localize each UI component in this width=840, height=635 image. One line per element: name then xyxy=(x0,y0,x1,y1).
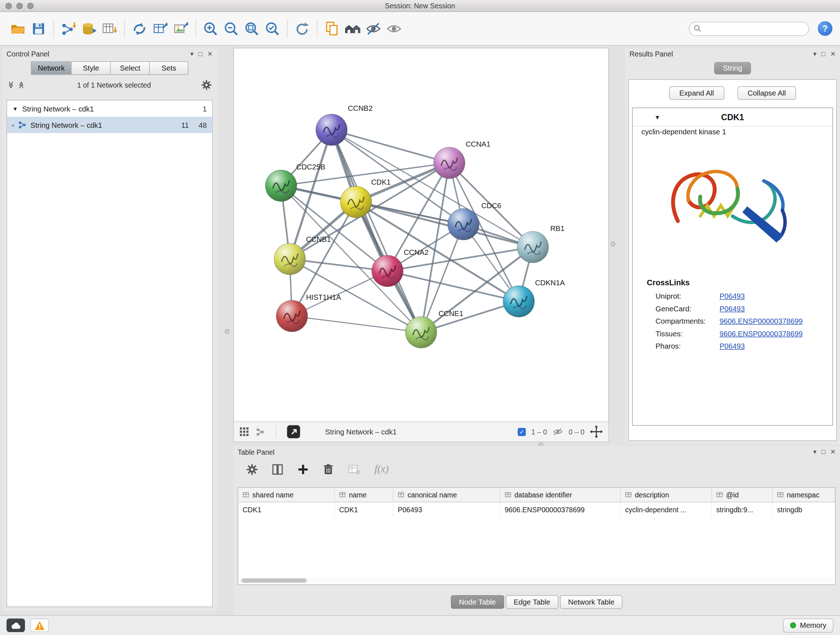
export-image-button[interactable] xyxy=(171,18,191,40)
network-row-selected[interactable]: ● String Network – cdk1 11 48 xyxy=(7,117,212,133)
grid-view-icon[interactable] xyxy=(240,427,249,437)
network-node-HIST1H1A[interactable] xyxy=(276,301,308,332)
show-all-button[interactable] xyxy=(384,18,404,40)
import-table-button[interactable] xyxy=(99,18,120,40)
search-input[interactable] xyxy=(705,25,805,33)
network-node-CDK1[interactable] xyxy=(340,187,372,218)
collapse-section-icon[interactable]: ▼ xyxy=(654,114,660,120)
selected-checkbox-icon[interactable]: ✓ xyxy=(518,428,526,436)
network-edge[interactable] xyxy=(387,271,519,302)
cell-shared-name[interactable]: CDK1 xyxy=(238,502,335,517)
network-edge[interactable] xyxy=(292,316,421,333)
panel-collapse-icon[interactable]: ▾ xyxy=(190,50,194,57)
splitter-handle-left[interactable] xyxy=(225,329,230,334)
warnings-button[interactable] xyxy=(30,619,49,632)
column-header-id[interactable]: @id xyxy=(712,488,773,502)
tab-style[interactable]: Style xyxy=(71,62,111,75)
tab-edge-table[interactable]: Edge Table xyxy=(506,595,559,609)
first-neighbors-button[interactable] xyxy=(343,18,363,40)
import-network-file-button[interactable] xyxy=(58,18,79,40)
expand-all-networks-icon[interactable]: ≫ xyxy=(7,81,16,88)
network-node-CCNE1[interactable] xyxy=(406,317,437,348)
expand-all-button[interactable]: Expand All xyxy=(669,87,724,100)
tab-select[interactable]: Select xyxy=(111,62,149,75)
column-header-database-identifier[interactable]: database identifier xyxy=(500,488,621,502)
help-button[interactable]: ? xyxy=(818,21,833,36)
scrollbar-thumb[interactable] xyxy=(242,578,307,583)
cell-id[interactable]: stringdb:9... xyxy=(712,502,773,517)
cell-database-identifier[interactable]: 9606.ENSP00000378699 xyxy=(500,502,621,517)
gear-icon[interactable] xyxy=(202,80,212,90)
column-header-name[interactable]: name xyxy=(335,488,393,502)
crosslink-tissues-link[interactable]: 9606.ENSP00000378699 xyxy=(720,330,803,338)
crosslink-compartments-link[interactable]: 9606.ENSP00000378699 xyxy=(720,317,803,325)
splitter-handle-right[interactable] xyxy=(611,242,616,247)
panel-collapse-icon[interactable]: ▾ xyxy=(813,448,816,456)
tab-sets[interactable]: Sets xyxy=(149,62,188,75)
network-collection-row[interactable]: ▼ String Network – cdk1 1 xyxy=(7,101,212,117)
network-canvas[interactable]: CCNB2CCNA1CDC25BCDK1CDC6RB1CCNB1CCNA2CDK… xyxy=(234,49,608,422)
column-header-shared-name[interactable]: shared name xyxy=(238,488,335,502)
birdseye-view-button[interactable] xyxy=(287,425,300,439)
tree-expander-icon[interactable]: ▼ xyxy=(13,106,18,112)
crosslink-pharos-link[interactable]: P06493 xyxy=(720,342,745,350)
tab-network[interactable]: Network xyxy=(31,62,71,75)
panel-collapse-icon[interactable]: ▾ xyxy=(813,50,816,57)
panel-float-icon[interactable]: □ xyxy=(821,448,826,456)
table-settings-gear-icon[interactable] xyxy=(246,463,258,475)
network-node-CDC25B[interactable] xyxy=(265,170,297,202)
search-field[interactable] xyxy=(689,21,809,35)
network-edge[interactable] xyxy=(356,202,533,247)
save-session-button[interactable] xyxy=(28,18,49,40)
network-node-CCNA1[interactable] xyxy=(434,147,465,179)
new-network-button[interactable] xyxy=(129,18,150,40)
protein-card-header[interactable]: ▼ CDK1 xyxy=(633,108,832,127)
network-node-CCNA2[interactable] xyxy=(372,255,403,287)
network-node-CDC6[interactable] xyxy=(448,209,479,240)
column-header-namespace[interactable]: namespac xyxy=(773,488,835,502)
network-node-CCNB2[interactable] xyxy=(316,114,347,146)
delete-column-trash-icon[interactable] xyxy=(323,463,334,475)
zoom-fit-button[interactable] xyxy=(242,18,262,40)
cell-namespace[interactable]: stringdb xyxy=(773,502,835,517)
crosslink-uniprot-link[interactable]: P06493 xyxy=(720,292,745,301)
panel-float-icon[interactable]: □ xyxy=(199,50,202,57)
panel-close-icon[interactable]: ✕ xyxy=(207,50,213,57)
show-columns-icon[interactable] xyxy=(272,463,284,475)
panel-close-icon[interactable]: ✕ xyxy=(830,50,836,57)
zoom-selected-button[interactable] xyxy=(262,18,283,40)
collapse-all-button[interactable]: Collapse All xyxy=(737,87,796,100)
memory-button[interactable]: Memory xyxy=(783,618,834,632)
zoom-in-button[interactable] xyxy=(201,18,221,40)
table-row[interactable]: CDK1 CDK1 P06493 9606.ENSP00000378699 cy… xyxy=(238,502,835,517)
cell-name[interactable]: CDK1 xyxy=(335,502,393,517)
network-from-table-button[interactable] xyxy=(150,18,171,40)
function-builder-icon[interactable]: f(x) xyxy=(374,463,389,475)
hide-selected-button[interactable] xyxy=(363,18,384,40)
collapse-all-networks-icon[interactable]: ≫ xyxy=(17,81,25,88)
network-edge[interactable] xyxy=(332,130,422,333)
crosshair-move-icon[interactable] xyxy=(590,425,603,439)
cell-canonical-name[interactable]: P06493 xyxy=(393,502,501,517)
open-session-button[interactable] xyxy=(8,18,28,40)
network-small-icon[interactable] xyxy=(256,427,265,437)
zoom-out-button[interactable] xyxy=(221,18,242,40)
tab-string[interactable]: String xyxy=(714,62,751,74)
add-column-icon[interactable] xyxy=(297,463,309,475)
column-header-canonical-name[interactable]: canonical name xyxy=(393,488,501,502)
column-header-description[interactable]: description xyxy=(621,488,712,502)
apply-layout-button[interactable] xyxy=(292,18,313,40)
crosslink-genecard-link[interactable]: P06493 xyxy=(720,305,745,313)
cloud-status-button[interactable] xyxy=(6,619,25,632)
cell-description[interactable]: cyclin-dependent ... xyxy=(621,502,712,517)
horizontal-scrollbar[interactable] xyxy=(240,578,834,583)
panel-float-icon[interactable]: □ xyxy=(821,50,826,57)
network-edge[interactable] xyxy=(332,130,450,163)
annotations-button[interactable] xyxy=(322,18,343,40)
network-node-RB1[interactable] xyxy=(517,231,549,263)
tab-node-table[interactable]: Node Table xyxy=(451,595,504,609)
network-node-CDKN1A[interactable] xyxy=(503,286,535,317)
network-node-CCNB1[interactable] xyxy=(274,243,306,275)
panel-close-icon[interactable]: ✕ xyxy=(830,448,836,456)
tab-network-table[interactable]: Network Table xyxy=(560,595,622,609)
